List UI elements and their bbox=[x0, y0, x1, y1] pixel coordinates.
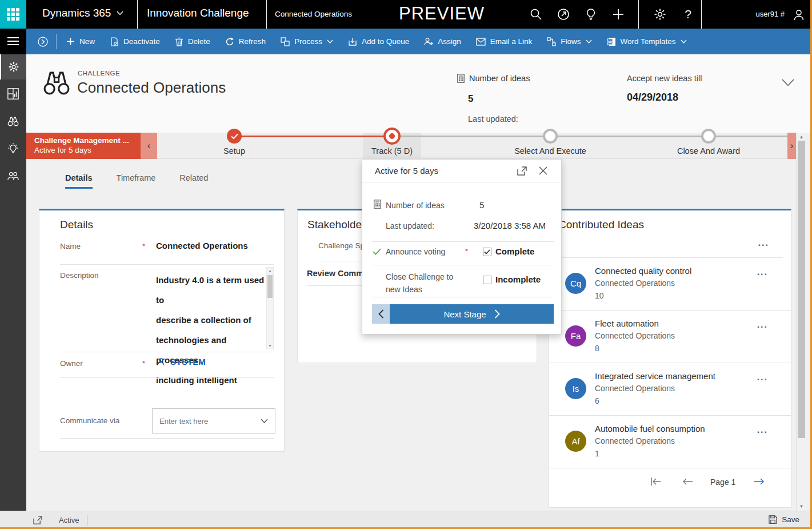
idea-more-options-icon[interactable] bbox=[757, 375, 768, 380]
command-separator bbox=[56, 34, 57, 49]
sidebar-item-dashboards[interactable] bbox=[0, 81, 26, 106]
description-field-value[interactable]: Industry 4.0 is a term used to describe … bbox=[156, 270, 267, 390]
idea-list-item[interactable]: Af Automobile fuel consumption Connected… bbox=[549, 416, 791, 468]
contributed-ideas-card: Contributed Ideas Cq Connected quality c… bbox=[549, 209, 791, 508]
save-button[interactable]: Save bbox=[769, 515, 799, 524]
bpf-scroll-right-button[interactable]: › bbox=[787, 133, 796, 159]
sidebar-item-teams[interactable] bbox=[0, 164, 26, 189]
name-field-label-text: Name bbox=[60, 242, 140, 250]
scrollbar-thumb[interactable] bbox=[267, 275, 273, 298]
command-flows[interactable]: Flows bbox=[539, 29, 599, 54]
sidebar-menu-button[interactable] bbox=[0, 29, 26, 54]
owner-link[interactable]: SYSTEM bbox=[170, 357, 206, 367]
name-field-value[interactable]: Connected Operations bbox=[156, 241, 248, 250]
idea-more-options-icon[interactable] bbox=[757, 322, 768, 328]
idea-title[interactable]: Connected quality control bbox=[595, 266, 691, 276]
command-new[interactable]: New bbox=[59, 29, 102, 54]
app-launcher-button[interactable] bbox=[0, 0, 26, 29]
first-page-icon[interactable] bbox=[650, 476, 662, 487]
flyout-ideas-value: 5 bbox=[479, 200, 484, 210]
scrollbar-thumb[interactable] bbox=[798, 141, 805, 438]
step2-checkbox[interactable] bbox=[483, 276, 491, 284]
word-document-icon: W bbox=[607, 37, 616, 46]
previous-page-icon[interactable] bbox=[682, 476, 694, 487]
expand-command-bar-button[interactable] bbox=[32, 29, 54, 54]
command-email-a-link[interactable]: Email a Link bbox=[469, 29, 540, 54]
sidebar-item-challenges[interactable] bbox=[0, 109, 26, 134]
stage-track-circle[interactable] bbox=[383, 128, 401, 145]
app-name[interactable]: Innovation Challenge bbox=[147, 7, 249, 19]
tab-related[interactable]: Related bbox=[179, 173, 208, 189]
command-process[interactable]: Process bbox=[273, 29, 341, 54]
save-floppy-icon bbox=[769, 515, 777, 524]
review-committee-subgrid-label: Review Commit bbox=[307, 269, 369, 278]
command-delete[interactable]: Delete bbox=[167, 29, 218, 54]
idea-more-options-icon[interactable] bbox=[757, 269, 768, 275]
idea-title[interactable]: Fleet automation bbox=[595, 319, 659, 328]
guided-tour-icon[interactable] bbox=[557, 7, 570, 21]
idea-title[interactable]: Integrated service management bbox=[595, 371, 715, 381]
idea-more-options-icon[interactable] bbox=[757, 427, 768, 433]
record-name-breadcrumb[interactable]: Connected Operations bbox=[275, 10, 352, 18]
command-refresh[interactable]: Refresh bbox=[218, 29, 273, 54]
communicate-via-combobox[interactable]: Enter text here bbox=[152, 408, 275, 433]
stage-label-track[interactable]: Track (5 D) bbox=[363, 146, 421, 156]
next-stage-button[interactable]: Next Stage bbox=[390, 304, 554, 324]
command-word-templates[interactable]: W Word Templates bbox=[599, 29, 694, 54]
record-status: Active bbox=[59, 516, 79, 524]
lightbulb-icon[interactable] bbox=[584, 7, 598, 21]
idea-title[interactable]: Automobile fuel consumption bbox=[595, 424, 705, 433]
step1-label: Announce voting bbox=[386, 247, 468, 256]
user-icon[interactable] bbox=[792, 8, 806, 22]
combobox-placeholder: Enter text here bbox=[153, 417, 261, 425]
stage-label-setup[interactable]: Setup bbox=[206, 146, 263, 156]
stage-setup-circle[interactable] bbox=[227, 129, 242, 144]
header-chevron-down-icon[interactable] bbox=[782, 79, 794, 86]
step2-label: Close Challenge to new Ideas bbox=[386, 271, 453, 296]
bpf-process-block[interactable]: Challenge Management ... Active for 5 da… bbox=[26, 133, 141, 159]
stage-label-close-and-award[interactable]: Close And Award bbox=[669, 146, 749, 156]
idea-list-item[interactable]: Cq Connected quality control Connected O… bbox=[549, 258, 791, 311]
scroll-down-icon[interactable]: ▼ bbox=[267, 344, 273, 348]
top-navigation-bar: Dynamics 365 Innovation Challenge Connec… bbox=[0, 0, 812, 29]
scroll-down-icon[interactable]: ▼ bbox=[797, 504, 806, 509]
user-name[interactable]: user91 # bbox=[755, 10, 785, 18]
stage-close-circle[interactable] bbox=[701, 129, 716, 144]
next-page-icon[interactable] bbox=[753, 476, 765, 487]
command-deactivate[interactable]: Deactivate bbox=[102, 29, 167, 54]
search-icon[interactable] bbox=[529, 7, 543, 21]
brand-menu[interactable]: Dynamics 365 bbox=[42, 7, 123, 19]
flyout-ideas-label: Number of ideas bbox=[386, 201, 445, 210]
previous-stage-button[interactable] bbox=[372, 304, 390, 324]
help-icon[interactable]: ? bbox=[681, 7, 695, 21]
idea-list-item[interactable]: Fa Fleet automation Connected Operations… bbox=[549, 311, 791, 363]
scroll-up-icon[interactable]: ▲ bbox=[797, 134, 806, 140]
idea-list-item[interactable]: Is Integrated service management Connect… bbox=[549, 363, 791, 416]
scroll-up-icon[interactable]: ▲ bbox=[267, 269, 273, 273]
stage-select-circle[interactable] bbox=[543, 129, 558, 144]
page-scrollbar[interactable]: ▲ ▼ bbox=[796, 133, 806, 511]
page-number-label: Page 1 bbox=[710, 478, 735, 487]
popout-icon[interactable] bbox=[33, 516, 42, 524]
expand-flyout-icon[interactable] bbox=[517, 166, 527, 176]
settings-gear-icon[interactable] bbox=[653, 7, 667, 21]
description-scrollbar[interactable]: ▲ ▼ bbox=[266, 267, 274, 349]
tab-timeframe[interactable]: Timeframe bbox=[117, 173, 156, 189]
step1-checkbox[interactable] bbox=[483, 248, 491, 256]
close-icon[interactable] bbox=[539, 166, 547, 175]
command-assign[interactable]: Assign bbox=[417, 29, 469, 54]
command-add-to-queue[interactable]: Add to Queue bbox=[341, 29, 417, 54]
tab-details[interactable]: Details bbox=[65, 173, 93, 189]
stage-label-select-and-execute[interactable]: Select And Execute bbox=[507, 146, 593, 156]
owner-field-value[interactable]: SYSTEM bbox=[156, 357, 206, 367]
ideas-count-value: 5 bbox=[468, 93, 473, 105]
flyout-divider bbox=[372, 265, 554, 265]
sidebar-item-settings[interactable] bbox=[0, 54, 26, 79]
chevron-left-icon bbox=[378, 309, 384, 319]
nav-separator bbox=[638, 0, 639, 29]
bpf-scroll-left-button[interactable]: ‹ bbox=[141, 133, 157, 159]
owner-field-label: Owner bbox=[60, 359, 145, 368]
quick-create-plus-icon[interactable] bbox=[611, 7, 625, 21]
sidebar-item-ideas[interactable] bbox=[0, 136, 26, 161]
card-more-options-icon[interactable] bbox=[758, 240, 769, 246]
